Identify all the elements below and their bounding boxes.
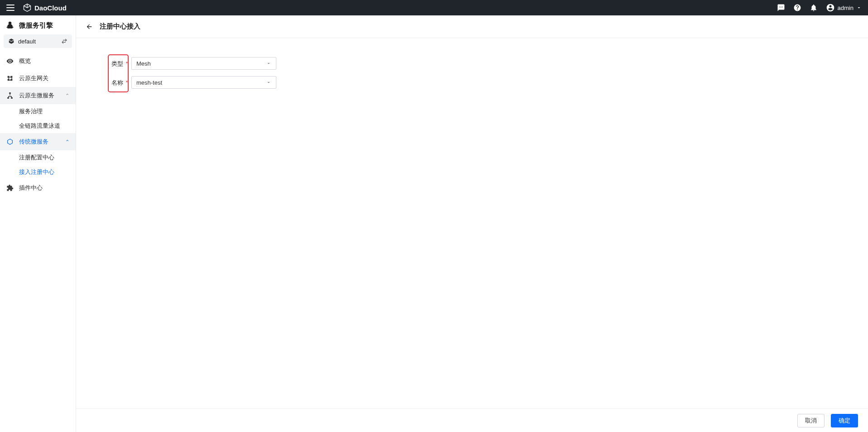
nav-registry-config[interactable]: 注册配置中心 [0,150,76,165]
plugin-icon [6,184,14,192]
message-icon[interactable] [777,4,785,12]
bell-icon[interactable] [810,4,818,12]
eye-icon [6,58,14,65]
user-name: admin [838,5,854,11]
nav: 概览 云原生网关 云原生微服务 ⌃ 服务治理 全链路流量泳道 传统微服务 ⌃ 注… [0,53,76,197]
main-header: 注册中心接入 [76,15,868,38]
main: 注册中心接入 类型* 名称* Mesh [76,15,868,432]
page-title: 注册中心接入 [100,22,140,31]
user-menu[interactable]: admin [826,3,862,12]
chevron-up-icon: ⌃ [65,93,69,99]
workspace-selector[interactable]: default [4,34,72,48]
engine-icon [5,21,14,30]
swap-icon [61,38,68,44]
chevron-down-icon [266,80,271,85]
help-icon[interactable] [793,4,801,12]
required-marker: * [126,61,128,66]
cancel-button[interactable]: 取消 [797,414,825,427]
form-area: 类型* 名称* Mesh mesh-test [82,43,862,408]
cube-icon [6,138,14,145]
arrow-left-icon [86,23,93,30]
user-icon [826,3,835,12]
back-button[interactable] [85,23,93,31]
nav-plugin-center[interactable]: 插件中心 [0,179,76,197]
chevron-up-icon: ⌃ [65,139,69,145]
workspace-name: default [18,38,58,45]
nav-overview[interactable]: 概览 [0,53,76,70]
brand-text: DaoCloud [34,4,67,12]
nav-cloud-microservice[interactable]: 云原生微服务 ⌃ [0,87,76,104]
page-body: 微服务引擎 default 概览 云原生网关 云原生微服务 ⌃ 服务治理 全链路… [0,15,868,432]
type-select[interactable]: Mesh [131,57,276,70]
form-fields: Mesh mesh-test [131,54,276,92]
chevron-down-icon [856,5,862,10]
menu-toggle[interactable] [6,5,14,11]
name-select[interactable]: mesh-test [131,76,276,89]
nav-cloud-gateway[interactable]: 云原生网关 [0,70,76,87]
workspace-icon [8,38,14,44]
sidebar-title: 微服务引擎 [0,15,76,34]
topbar-right: admin [777,3,862,12]
gateway-icon [6,75,14,82]
nav-traffic-lane[interactable]: 全链路流量泳道 [0,119,76,133]
topbar: DaoCloud admin [0,0,868,15]
brand-logo[interactable]: DaoCloud [23,3,67,12]
chevron-down-icon [266,61,271,66]
required-marker: * [126,80,128,85]
nav-registry-access[interactable]: 接入注册中心 [0,165,76,179]
nav-service-governance[interactable]: 服务治理 [0,104,76,119]
form-footer: 取消 确定 [76,408,868,432]
nav-traditional-microservice[interactable]: 传统微服务 ⌃ [0,133,76,150]
logo-icon [23,3,32,12]
topbar-left: DaoCloud [6,3,67,12]
name-value: mesh-test [136,79,162,86]
sidebar: 微服务引擎 default 概览 云原生网关 云原生微服务 ⌃ 服务治理 全链路… [0,15,76,432]
confirm-button[interactable]: 确定 [831,414,858,427]
sitemap-icon [6,92,14,99]
name-label: 名称* [111,79,127,87]
type-label: 类型* [111,60,127,68]
type-value: Mesh [136,60,151,67]
form-labels-highlight: 类型* 名称* [108,54,129,92]
